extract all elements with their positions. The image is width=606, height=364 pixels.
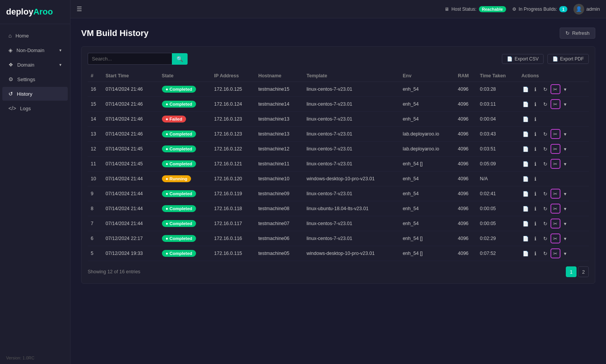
cell-time-taken: 0:00:05 xyxy=(477,216,518,231)
delete-icon-button[interactable]: ✂ xyxy=(551,100,560,108)
search-button[interactable]: 🔍 xyxy=(172,53,188,65)
cell-id: 15 xyxy=(88,97,103,112)
cell-hostname: testmachine05 xyxy=(255,246,304,261)
refresh-icon-button[interactable]: ↻ xyxy=(541,234,550,243)
cell-ram: 4096 xyxy=(455,142,477,157)
table-row: 7 07/14/2024 21:44 ● Completed 172.16.0.… xyxy=(88,216,589,231)
delete-icon-button[interactable]: ✂ xyxy=(551,249,560,258)
refresh-icon-button[interactable]: ↻ xyxy=(541,85,550,93)
refresh-icon-button[interactable]: ↻ xyxy=(541,204,550,213)
status-badge: ● Completed xyxy=(162,145,196,152)
info-icon-button[interactable]: ℹ xyxy=(531,175,540,183)
info-icon-button[interactable]: ℹ xyxy=(531,249,540,258)
sidebar-item-domain[interactable]: ❖ Domain ▾ xyxy=(2,58,68,72)
refresh-icon-button[interactable]: ↻ xyxy=(541,145,550,153)
delete-icon-button[interactable]: ✂ xyxy=(551,234,560,243)
refresh-icon-button[interactable]: ↻ xyxy=(541,189,550,198)
cell-id: 14 xyxy=(88,112,103,127)
col-header-actions: Actions xyxy=(518,70,589,82)
doc-icon-button[interactable]: 📄 xyxy=(521,175,530,183)
doc-icon-button[interactable]: 📄 xyxy=(521,234,530,243)
menu-icon[interactable]: ☰ xyxy=(77,5,82,13)
page-button-2[interactable]: 2 xyxy=(578,266,589,277)
cell-start-time: 07/14/2024 21:46 xyxy=(103,112,159,127)
info-icon-button[interactable]: ℹ xyxy=(531,234,540,243)
more-icon-button[interactable]: ▾ xyxy=(561,189,570,198)
page-button-1[interactable]: 1 xyxy=(566,266,577,277)
more-icon-button[interactable]: ▾ xyxy=(561,219,570,228)
cell-env: enh_54 [] xyxy=(400,231,455,246)
cell-ram: 4096 xyxy=(455,157,477,171)
refresh-icon-button[interactable]: ↻ xyxy=(541,249,550,258)
more-icon-button[interactable]: ▾ xyxy=(561,204,570,213)
actions-cell: 📄 ℹ ↻ ✂ ▾ xyxy=(521,130,586,138)
more-icon-button[interactable]: ▾ xyxy=(561,145,570,153)
doc-icon-button[interactable]: 📄 xyxy=(521,189,530,198)
doc-icon-button[interactable]: 📄 xyxy=(521,85,530,93)
refresh-icon-button[interactable]: ↻ xyxy=(541,130,550,138)
more-icon-button[interactable]: ▾ xyxy=(561,234,570,243)
delete-icon-button[interactable]: ✂ xyxy=(551,85,560,93)
cell-state: ● Completed xyxy=(159,216,211,231)
delete-icon-button[interactable]: ✂ xyxy=(551,130,560,138)
delete-icon-button[interactable]: ✂ xyxy=(551,145,560,153)
status-badge: ● Completed xyxy=(162,250,196,257)
sidebar-item-history[interactable]: ↺ History xyxy=(2,87,68,101)
cell-state: ● Completed xyxy=(159,142,211,157)
export-pdf-button[interactable]: 📄 Export PDF xyxy=(547,54,589,64)
more-icon-button[interactable]: ▾ xyxy=(561,249,570,258)
cell-state: ● Completed xyxy=(159,186,211,201)
refresh-icon-button[interactable]: ↻ xyxy=(541,160,550,168)
sidebar-item-logs[interactable]: </> Logs xyxy=(2,101,68,115)
more-icon-button[interactable]: ▾ xyxy=(561,85,570,93)
doc-icon-button[interactable]: 📄 xyxy=(521,204,530,213)
doc-icon-button[interactable]: 📄 xyxy=(521,145,530,153)
info-icon-button[interactable]: ℹ xyxy=(531,100,540,108)
col-header-ip: IP Address xyxy=(211,70,255,82)
cell-state: ● Failed xyxy=(159,112,211,127)
info-icon-button[interactable]: ℹ xyxy=(531,204,540,213)
cell-ram: 4096 xyxy=(455,186,477,201)
user-menu[interactable]: 👤 admin xyxy=(573,4,600,15)
info-icon-button[interactable]: ℹ xyxy=(531,219,540,228)
cell-start-time: 07/12/2024 19:33 xyxy=(103,246,159,261)
actions-cell: 📄 ℹ ↻ ✂ ▾ xyxy=(521,204,586,213)
cell-actions: 📄 ℹ ↻ ✂ ▾ xyxy=(518,142,589,157)
cell-id: 10 xyxy=(88,171,103,186)
domain-icon: ❖ xyxy=(8,62,13,68)
refresh-button[interactable]: ↻ Refresh xyxy=(560,28,595,39)
more-icon-button[interactable]: ▾ xyxy=(561,160,570,168)
cell-ram: 4096 xyxy=(455,216,477,231)
delete-icon-button[interactable]: ✂ xyxy=(551,219,560,228)
doc-icon-button[interactable]: 📄 xyxy=(521,130,530,138)
info-icon-button[interactable]: ℹ xyxy=(531,130,540,138)
doc-icon-button[interactable]: 📄 xyxy=(521,219,530,228)
info-icon-button[interactable]: ℹ xyxy=(531,160,540,168)
refresh-icon: ↻ xyxy=(565,30,570,36)
info-icon-button[interactable]: ℹ xyxy=(531,85,540,93)
delete-icon-button[interactable]: ✂ xyxy=(551,160,560,168)
export-csv-button[interactable]: 📄 Export CSV xyxy=(502,54,544,64)
sidebar-item-non-domain[interactable]: ◈ Non-Domain ▾ xyxy=(2,43,68,57)
sidebar-item-home[interactable]: ⌂ Home xyxy=(2,29,68,42)
info-icon-button[interactable]: ℹ xyxy=(531,145,540,153)
table-row: 11 07/14/2024 21:45 ● Completed 172.16.0… xyxy=(88,157,589,171)
cell-state: ● Completed xyxy=(159,157,211,171)
showing-text: Showing 12 of 16 entries xyxy=(88,269,140,274)
doc-icon-button[interactable]: 📄 xyxy=(521,115,530,123)
more-icon-button[interactable]: ▾ xyxy=(561,130,570,138)
delete-icon-button[interactable]: ✂ xyxy=(551,189,560,198)
more-icon-button[interactable]: ▾ xyxy=(561,100,570,108)
sidebar-item-settings[interactable]: ⚙ Settings xyxy=(2,72,68,86)
cell-time-taken: 0:03:51 xyxy=(477,142,518,157)
delete-icon-button[interactable]: ✂ xyxy=(551,204,560,213)
doc-icon-button[interactable]: 📄 xyxy=(521,100,530,108)
info-icon-button[interactable]: ℹ xyxy=(531,115,540,123)
refresh-icon-button[interactable]: ↻ xyxy=(541,100,550,108)
doc-icon-button[interactable]: 📄 xyxy=(521,249,530,258)
info-icon-button[interactable]: ℹ xyxy=(531,189,540,198)
doc-icon-button[interactable]: 📄 xyxy=(521,160,530,168)
cell-start-time: 07/14/2024 21:44 xyxy=(103,216,159,231)
search-input[interactable] xyxy=(88,53,172,65)
refresh-icon-button[interactable]: ↻ xyxy=(541,219,550,228)
